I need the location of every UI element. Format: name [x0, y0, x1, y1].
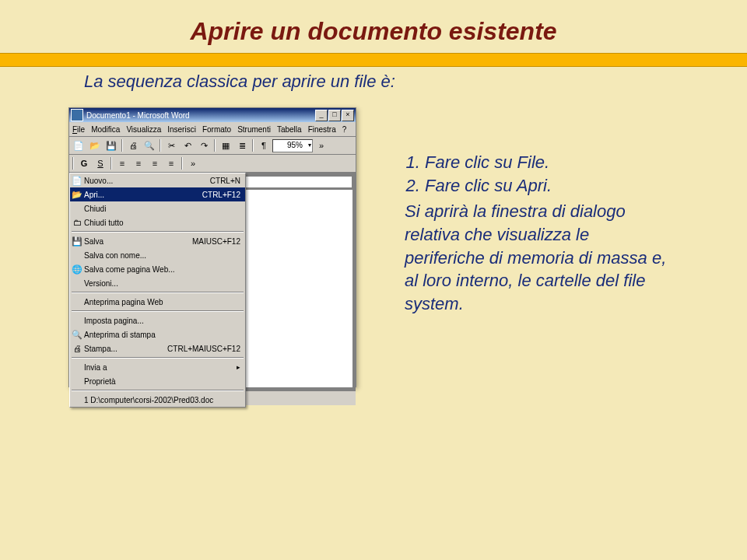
menu-help[interactable]: ? [342, 125, 347, 134]
align-right-icon[interactable]: ≡ [147, 156, 163, 171]
app-icon [71, 109, 83, 121]
formatting-toolbar: G S ≡ ≡ ≡ ≡ » [69, 155, 356, 173]
underline-button[interactable]: S [93, 156, 108, 171]
close-all-icon: 🗀 [72, 217, 82, 228]
menu-item-recent-1[interactable]: 1 D:\computer\corsi-2002\Pred03.doc [70, 393, 245, 407]
instruction-step-2: Fare clic su Apri. [425, 174, 669, 198]
menu-item-versioni[interactable]: Versioni... [70, 276, 245, 290]
menu-item-invia[interactable]: Invia a [70, 360, 245, 374]
printer-icon: 🖨 [72, 343, 82, 354]
save-icon[interactable]: 💾 [103, 138, 119, 153]
menu-item-chiudi[interactable]: Chiudi [70, 201, 245, 215]
align-left-icon[interactable]: ≡ [114, 156, 130, 171]
menu-tabella[interactable]: Tabella [277, 125, 302, 134]
menu-inserisci[interactable]: Inserisci [167, 125, 196, 134]
save-disk-icon: 💾 [72, 236, 82, 247]
menu-item-proprieta[interactable]: Proprietà [70, 374, 245, 388]
redo-icon[interactable]: ↷ [196, 138, 212, 153]
cut-icon[interactable]: ✂ [163, 138, 179, 153]
instruction-paragraph: Si aprirà la finestra di dialogo relativ… [405, 200, 669, 315]
maximize-button[interactable]: □ [328, 110, 341, 121]
new-doc-icon: 📄 [72, 175, 82, 186]
standard-toolbar: 📄 📂 💾 🖨 🔍 ✂ ↶ ↷ ▦ ≣ ¶ 95% » [69, 137, 356, 155]
menu-formato[interactable]: Formato [202, 125, 231, 134]
close-button[interactable]: × [342, 110, 354, 121]
open-icon[interactable]: 📂 [87, 138, 103, 153]
open-folder-icon: 📂 [72, 189, 82, 200]
minimize-button[interactable]: _ [315, 110, 328, 121]
columns-icon[interactable]: ≣ [234, 138, 250, 153]
paragraph-icon[interactable]: ¶ [256, 138, 272, 153]
window-titlebar: Documento1 - Microsoft Word _ □ × [69, 108, 356, 122]
page-title: Aprire un documento esistente [0, 17, 747, 46]
menu-modifica[interactable]: Modifica [91, 125, 120, 134]
print-icon[interactable]: 🖨 [125, 138, 141, 153]
menu-item-chiudi-tutto[interactable]: 🗀 Chiudi tutto [70, 215, 245, 229]
menu-item-nuovo[interactable]: 📄 Nuovo... CTRL+N [70, 173, 245, 187]
window-title: Documento1 - Microsoft Word [86, 111, 190, 120]
menu-item-salva-web[interactable]: 🌐 Salva come pagina Web... [70, 262, 245, 276]
zoom-select[interactable]: 95% [272, 139, 313, 152]
bold-button[interactable]: G [76, 156, 92, 171]
menu-visualizza[interactable]: Visualizza [126, 125, 161, 134]
preview-icon[interactable]: 🔍 [142, 138, 157, 153]
instructions-block: Fare clic su File. Fare clic su Apri. Si… [405, 151, 669, 316]
menu-item-anteprima-stampa[interactable]: 🔍 Anteprima di stampa [70, 327, 245, 341]
menu-item-apri[interactable]: 📂 Apri... CTRL+F12 [70, 187, 245, 201]
menu-strumenti[interactable]: Strumenti [237, 125, 271, 134]
print-preview-icon: 🔍 [72, 329, 82, 340]
main-area: 📄 Nuovo... CTRL+N 📂 Apri... CTRL+F12 Chi… [69, 173, 356, 390]
page-subtitle: La sequenza classica per aprire un file … [84, 72, 395, 92]
instruction-step-1: Fare clic su File. [425, 151, 669, 174]
align-justify-icon[interactable]: ≡ [163, 156, 179, 171]
menu-item-imposta[interactable]: Imposta pagina... [70, 313, 245, 327]
file-dropdown-menu: 📄 Nuovo... CTRL+N 📂 Apri... CTRL+F12 Chi… [69, 173, 246, 408]
menu-item-anteprima-web[interactable]: Anteprima pagina Web [70, 295, 245, 309]
menu-file[interactable]: File [72, 125, 85, 134]
undo-icon[interactable]: ↶ [180, 138, 195, 153]
menu-bar: File Modifica Visualizza Inserisci Forma… [69, 122, 356, 137]
menu-finestra[interactable]: Finestra [308, 125, 336, 134]
align-center-icon[interactable]: ≡ [131, 156, 146, 171]
header-stripe [0, 53, 747, 67]
new-icon[interactable]: 📄 [71, 138, 86, 153]
table-icon[interactable]: ▦ [218, 138, 233, 153]
menu-item-salva-nome[interactable]: Salva con nome... [70, 248, 245, 262]
more-icon[interactable]: » [314, 138, 329, 153]
more-format-icon[interactable]: » [185, 156, 201, 171]
menu-item-salva[interactable]: 💾 Salva MAIUSC+F12 [70, 234, 245, 248]
menu-item-stampa[interactable]: 🖨 Stampa... CTRL+MAIUSC+F12 [70, 341, 245, 355]
save-web-icon: 🌐 [72, 264, 82, 275]
word-window: Documento1 - Microsoft Word _ □ × File M… [68, 107, 356, 387]
